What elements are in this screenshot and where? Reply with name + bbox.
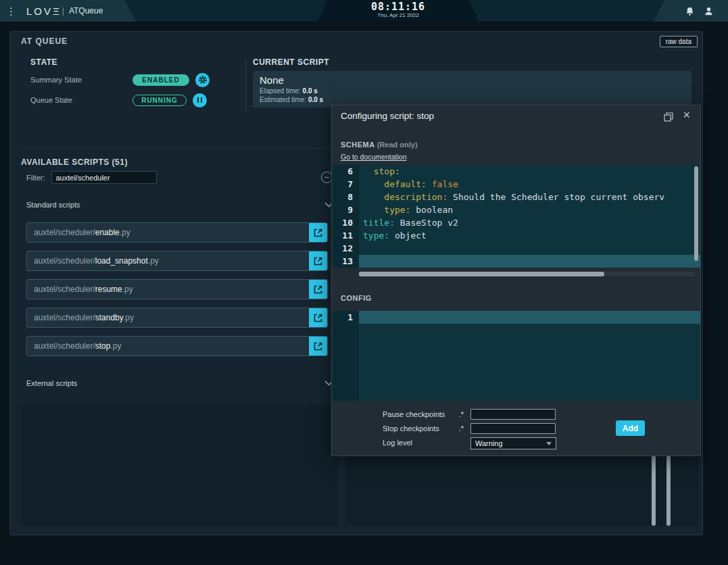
line-number: 11 — [332, 229, 359, 242]
script-path: auxtel/scheduler/stop.py — [34, 341, 121, 351]
line-number: 7 — [332, 178, 359, 191]
app: ⋮ LOVΞ | ATQueue 08:11:16 Thu, Apr 21 20… — [0, 0, 728, 565]
log-level-row: Log level Warning — [332, 437, 700, 449]
scrollbar-thumb[interactable] — [359, 272, 604, 276]
code-line: 6 stop: — [332, 165, 700, 178]
script-list-item[interactable]: auxtel/scheduler/stop.py — [26, 336, 328, 356]
launch-script-icon — [313, 256, 323, 266]
user-icon[interactable] — [704, 6, 714, 16]
scrollbar-thumb[interactable] — [666, 453, 671, 526]
launch-script-button[interactable] — [309, 280, 327, 299]
external-scripts-header[interactable]: External scripts — [26, 379, 333, 387]
launch-script-button[interactable] — [309, 308, 327, 327]
clock-time: 08:11:16 — [318, 1, 479, 13]
script-path: auxtel/scheduler/enable.py — [34, 228, 130, 237]
schema-header: SCHEMA (Read only) — [341, 141, 418, 149]
launch-script-button[interactable] — [309, 223, 327, 242]
log-level-value: Warning — [475, 439, 503, 447]
pause-queue-button[interactable] — [193, 93, 207, 107]
top-bar: ⋮ LOVΞ | ATQueue 08:11:16 Thu, Apr 21 20… — [0, 0, 728, 22]
launch-script-icon — [313, 341, 323, 351]
summary-state-badge: ENABLED — [132, 74, 189, 86]
close-icon[interactable]: × — [683, 108, 690, 123]
state-section-title: STATE — [30, 57, 244, 67]
schema-readonly-note: (Read only) — [377, 141, 418, 149]
schema-label: SCHEMA — [341, 141, 375, 149]
popout-icon[interactable] — [664, 112, 673, 122]
line-number: 13 — [332, 255, 359, 268]
code-line: 1 — [332, 311, 700, 324]
queue-state-badge: RUNNING — [132, 95, 187, 106]
launch-script-icon — [313, 228, 323, 238]
line-number: 1 — [332, 311, 359, 324]
queue-state-row: Queue State RUNNING — [30, 93, 244, 107]
elapsed-time-label: Elapsed time: — [260, 87, 301, 95]
schema-editor[interactable]: 6 stop:7 default: false8 description: Sh… — [332, 165, 700, 268]
launch-script-icon — [313, 285, 323, 295]
notifications-bell-icon[interactable] — [685, 6, 695, 16]
config-label: CONFIG — [341, 294, 372, 302]
clock-date: Thu, Apr 21 2022 — [318, 12, 479, 18]
chevron-down-icon — [546, 442, 552, 445]
summary-state-label: Summary State — [30, 76, 132, 84]
launch-script-button[interactable] — [309, 337, 327, 355]
filter-row: Filter: — [26, 171, 157, 184]
pause-icon — [197, 97, 203, 103]
love-logo: LOVΞ — [26, 5, 62, 17]
script-list-item[interactable]: auxtel/scheduler/resume.py — [26, 279, 328, 299]
launch-script-icon — [313, 313, 323, 323]
elapsed-time-value: 0.0 s — [303, 87, 318, 95]
launch-script-button[interactable] — [309, 251, 327, 270]
configure-script-modal: Configuring script: stop × SCHEMA (Read … — [331, 105, 701, 456]
navbar-right — [654, 0, 728, 22]
line-number: 6 — [332, 165, 359, 178]
available-scripts-title: AVAILABLE SCRIPTS (51) — [21, 157, 128, 167]
vertical-divider — [245, 59, 246, 112]
clock: 08:11:16 Thu, Apr 21 2022 — [318, 0, 479, 22]
standard-scripts-header[interactable]: Standard scripts — [26, 201, 333, 209]
line-number: 12 — [332, 242, 359, 255]
script-list-item[interactable]: auxtel/scheduler/load_snapshot.py — [26, 251, 328, 271]
scrollbar-thumb[interactable] — [652, 453, 656, 526]
filter-input[interactable] — [51, 171, 157, 184]
state-settings-button[interactable] — [195, 73, 210, 87]
code-line: 12 — [332, 242, 700, 255]
config-editor[interactable]: 1 — [332, 311, 700, 401]
schema-vertical-scrollbar[interactable] — [694, 166, 698, 261]
code-line: 13 — [332, 255, 700, 268]
current-script-name: None — [260, 74, 685, 86]
stop-checkpoints-input[interactable] — [470, 423, 556, 434]
stop-checkpoints-row: Stop checkpoints .* — [332, 423, 700, 435]
line-number: 8 — [332, 191, 359, 203]
code-line: 10title: BaseStop v2 — [332, 216, 700, 229]
external-scripts-label: External scripts — [26, 379, 77, 387]
add-button[interactable]: Add — [616, 420, 645, 436]
filter-label: Filter: — [26, 174, 45, 182]
estimated-time-label: Estimated time: — [260, 96, 306, 103]
menu-icon[interactable]: ⋮ — [6, 6, 16, 16]
modal-title: Configuring script: stop — [341, 111, 434, 121]
schema-horizontal-scrollbar[interactable] — [359, 272, 695, 276]
summary-state-row: Summary State ENABLED — [30, 72, 244, 87]
logo-separator: | — [62, 6, 64, 16]
pause-checkpoints-regex: .* — [459, 410, 464, 418]
script-list-item[interactable]: auxtel/scheduler/enable.py — [26, 222, 328, 243]
waiting-scripts-panel — [21, 405, 337, 526]
pause-checkpoints-input[interactable] — [470, 409, 556, 420]
code-line: 7 default: false — [332, 178, 700, 191]
script-path: auxtel/scheduler/load_snapshot.py — [34, 256, 159, 266]
script-list-item[interactable]: auxtel/scheduler/standby.py — [26, 308, 328, 328]
log-level-select[interactable]: Warning — [470, 437, 556, 449]
panel-title: AT QUEUE — [21, 36, 68, 46]
log-level-label: Log level — [383, 439, 412, 447]
queue-state-label: Queue State — [30, 96, 132, 104]
gear-icon — [198, 75, 208, 84]
current-script-card: None Elapsed time:0.0 s Estimated time:0… — [253, 71, 691, 107]
current-script-title: CURRENT SCRIPT — [253, 57, 691, 67]
script-path: auxtel/scheduler/standby.py — [34, 313, 134, 322]
pause-checkpoints-label: Pause checkpoints — [383, 410, 445, 418]
state-section: STATE Summary State ENABLED Queue State … — [30, 57, 244, 107]
raw-data-button[interactable]: raw data — [660, 36, 698, 47]
estimated-time: Estimated time:0.0 s — [260, 96, 685, 103]
documentation-link[interactable]: Go to documentation — [341, 153, 406, 161]
